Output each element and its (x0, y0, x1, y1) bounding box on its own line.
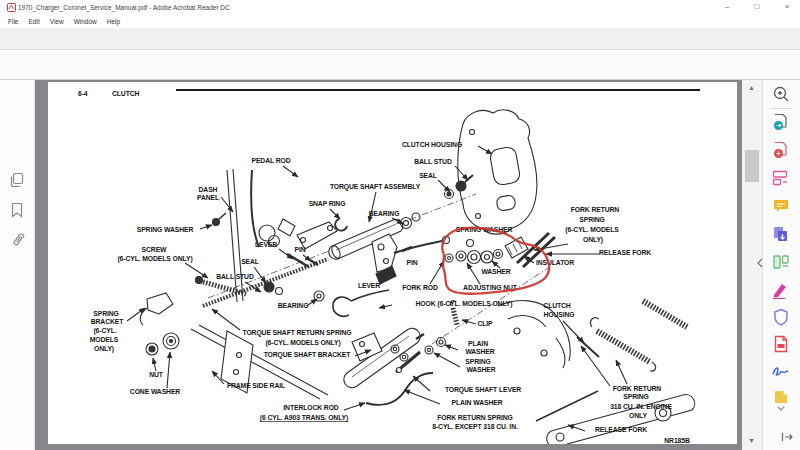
more-tools-icon[interactable] (772, 388, 790, 406)
diagram-label: ONLY) (583, 236, 603, 244)
diagram-label: TORQUE SHAFT RETURN SPRING (242, 329, 351, 337)
figure-code: NR185B (664, 437, 690, 444)
combine-files-icon[interactable] (772, 225, 790, 243)
title-bar: 1970_Charger_Coronet_Service_Manual.pdf … (0, 0, 800, 14)
adobe-sign-icon[interactable] (772, 362, 790, 380)
diagram-label: RELEASE FORK (595, 426, 647, 433)
diagram-label: FORK RETURN SPRING (437, 414, 513, 421)
diagram-label: TORQUE SHAFT LEVER (445, 386, 521, 394)
diagram-label: (6-CYL. MODELS ONLY) (265, 339, 340, 347)
fill-sign-icon[interactable] (772, 281, 790, 299)
diagram-label: ONLY (629, 412, 647, 419)
section-number: 6-4 (78, 90, 88, 97)
diagram-label: PEDAL ROD (251, 157, 290, 164)
diagram-label: CONE WASHER (130, 388, 180, 395)
menu-help[interactable]: Help (107, 18, 120, 25)
diagram-label: TORQUE SHAFT ASSEMBLY (330, 183, 421, 191)
diagram-label: (6 CYL. A903 TRANS. ONLY) (260, 414, 348, 422)
clutch-diagram: text{font:bold 6.8px "Liberation Sans",s… (48, 82, 737, 444)
create-pdf-icon[interactable] (772, 141, 790, 159)
diagram-label: SPRING (579, 216, 604, 223)
edit-pdf-icon[interactable] (772, 169, 790, 187)
menu-file[interactable]: File (8, 18, 18, 25)
diagram-label: (6-CYL. MODELS ONLY) (117, 255, 192, 263)
panel-divider (770, 108, 792, 109)
diagram-label: INSULATOR (536, 259, 574, 266)
diagram-label: HOUSING (543, 311, 574, 318)
diagram-label: PANEL (197, 194, 219, 201)
scroll-up-icon[interactable]: ▲ (748, 84, 755, 91)
close-button[interactable]: × (777, 2, 797, 13)
comment-tool-icon[interactable] (772, 197, 790, 215)
diagram-label: 8-CYL. EXCEPT 318 CU. IN. (432, 423, 518, 430)
diagram-label: PLAIN (468, 340, 488, 347)
diagram-label: BRACKET (91, 318, 124, 325)
diagram-label: BEARING (278, 302, 309, 309)
scroll-down-icon[interactable]: ▼ (748, 437, 755, 444)
diagram-label: WASHER (481, 268, 510, 275)
diagram-label: (6-CYL. (93, 327, 116, 335)
diagram-label: LEVER (255, 241, 277, 248)
diagram-label: PLAIN WASHER (452, 399, 503, 406)
diagram-label: ONLY) (94, 345, 114, 353)
diagram-label: RELEASE FORK (599, 249, 651, 256)
diagram-label: FORK RETURN (571, 206, 620, 213)
diagram-label: FRAME SIDE RAIL (227, 382, 285, 389)
section-title: CLUTCH (112, 90, 140, 97)
diagram-label: HOOK (6-CYL. MODELS ONLY) (416, 300, 513, 308)
bookmarks-icon[interactable] (10, 202, 24, 218)
diagram-label: PIN (294, 246, 305, 253)
organize-pages-icon[interactable] (772, 253, 790, 271)
diagram-labels: PEDAL RODDASHPANELCLUTCH HOUSINGBALL STU… (90, 141, 673, 433)
compress-pdf-icon[interactable] (772, 335, 790, 353)
page-thumbnails-icon[interactable] (9, 172, 25, 188)
diagram-label: 318 CU. IN. ENGINE (610, 403, 672, 410)
menu-bar: File Edit View Window Help (0, 14, 800, 28)
diagram-label: BALL STUD (216, 273, 254, 280)
diagram-label: FORK ROD (402, 284, 438, 291)
diagram-label: SNAP RING (309, 200, 346, 207)
diagram-label: CLUTCH HOUSING (402, 141, 462, 148)
diagram-label: WASHER (465, 348, 494, 355)
search-plus-icon[interactable] (772, 85, 790, 103)
diagram-label: SPRING WASHER (137, 226, 194, 233)
attachments-icon[interactable] (10, 232, 25, 248)
diagram-label: BEARING (369, 210, 400, 217)
main-toolbar: 179 / 883 125% (0, 50, 800, 80)
diagram-label: (6-CYL. MODELS (565, 226, 619, 234)
protect-icon[interactable] (772, 308, 790, 326)
diagram-label: SPRING (623, 393, 648, 400)
diagram-label: NUT (149, 371, 164, 378)
diagram-label: CLUTCH (543, 302, 571, 309)
expand-panel-icon[interactable] (781, 432, 793, 442)
window-title: 1970_Charger_Coronet_Service_Manual.pdf … (18, 4, 230, 11)
diagram-label: PIN (406, 259, 417, 266)
menu-window[interactable]: Window (74, 18, 97, 25)
diagram-label: LEVER (358, 282, 380, 289)
diagram-label: FORK RETURN (613, 385, 662, 392)
diagram-label: BALL STUD (414, 158, 452, 165)
diagram-label: TORQUE SHAFT BRACKET (264, 351, 352, 359)
diagram-label: SEAL (419, 172, 437, 179)
chevron-down-icon[interactable] (777, 406, 785, 411)
diagram-label: INTERLOCK ROD (283, 404, 339, 411)
diagram-label: WASHER (466, 366, 495, 373)
menu-edit[interactable]: Edit (28, 18, 39, 25)
diagram-label: MODELS (90, 336, 119, 343)
maximize-button[interactable]: □ (747, 2, 767, 13)
diagram-label: SCREW (142, 246, 167, 253)
export-pdf-icon[interactable] (772, 113, 790, 131)
collapse-panel-icon[interactable] (757, 258, 763, 268)
scrollbar-thumb[interactable] (745, 150, 759, 182)
diagram-label: SEAL (241, 258, 259, 265)
diagram-label: SPRING (93, 310, 118, 317)
minimize-button[interactable]: – (717, 2, 737, 13)
menu-view[interactable]: View (50, 18, 64, 25)
diagram-label: SPRING (465, 358, 490, 365)
diagram-label: CLIP (477, 320, 493, 327)
left-navigation-rail (0, 80, 35, 450)
diagram-label: DASH (199, 186, 218, 193)
acrobat-pdf-icon (7, 3, 16, 12)
tab-bar: Home Tools 1970_Charger_Coro... × ? Sign… (0, 28, 800, 50)
